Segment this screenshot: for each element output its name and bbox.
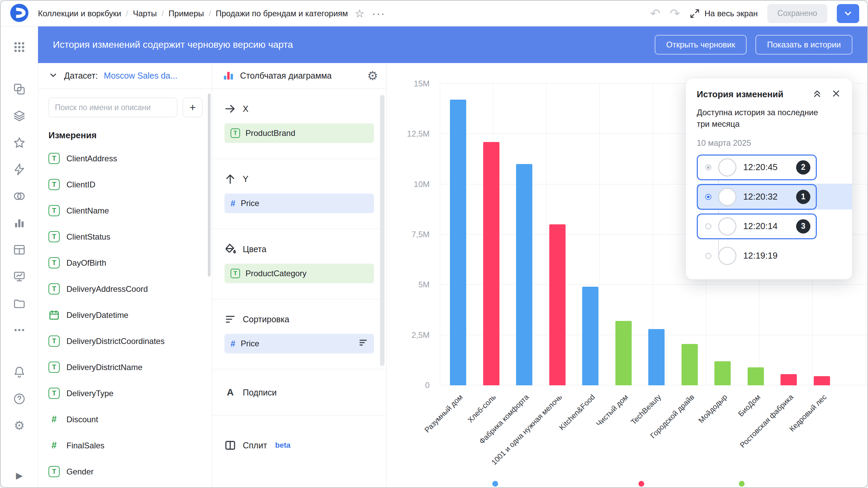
text-field-icon: T: [48, 231, 60, 242]
bar-Чистый дом[interactable]: [615, 321, 632, 385]
breadcrumb-item[interactable]: Примеры: [169, 9, 204, 18]
field-name: DayOfBirth: [66, 258, 106, 268]
history-entry-box[interactable]: 12:20:452: [697, 155, 817, 180]
expand-rail-icon[interactable]: ▶: [13, 469, 26, 482]
legend-dot[interactable]: [739, 481, 745, 487]
dataset-scrollbar[interactable]: [208, 94, 211, 277]
bar-Фабрика комфорта[interactable]: [516, 164, 532, 385]
field-item-DeliveryDistrictCoordinates[interactable]: TDeliveryDistrictCoordinates: [38, 328, 212, 354]
history-revision-circle[interactable]: [718, 217, 736, 236]
history-revision-circle[interactable]: [718, 188, 736, 206]
x-field-pill[interactable]: T ProductBrand: [224, 123, 374, 143]
history-revision-circle[interactable]: [718, 247, 736, 265]
fullscreen-button[interactable]: На весь экран: [690, 8, 758, 19]
field-item-Discount[interactable]: #Discount: [38, 406, 212, 432]
workbooks-icon[interactable]: [13, 109, 26, 122]
bar-Городской драйв[interactable]: [682, 344, 698, 385]
field-item-DayOfBirth[interactable]: TDayOfBirth: [38, 250, 212, 276]
chart-settings-gear-icon[interactable]: ⚙: [367, 69, 378, 83]
history-entry-box[interactable]: 12:20:143: [697, 214, 817, 239]
sort-direction-icon[interactable]: [358, 338, 368, 349]
field-item-DeliveryDatetime[interactable]: DeliveryDatetime: [38, 302, 212, 328]
bar-Разумный дом[interactable]: [450, 100, 466, 385]
collapse-popup-icon[interactable]: [812, 88, 822, 100]
text-field-icon: T: [48, 388, 60, 399]
redo-icon[interactable]: ↷: [670, 7, 680, 20]
saved-button[interactable]: Сохранено: [767, 4, 827, 23]
field-item-FinalSales[interactable]: #FinalSales: [38, 432, 212, 459]
bar-1001 и одна нужная мелочь[interactable]: [549, 224, 566, 385]
charts-icon[interactable]: [13, 217, 26, 229]
show-in-history-button[interactable]: Показать в истории: [755, 35, 852, 55]
add-field-button[interactable]: +: [183, 98, 202, 117]
history-entry[interactable]: 12:20:452: [697, 152, 841, 182]
history-radio[interactable]: [705, 164, 711, 170]
field-item-DeliveryType[interactable]: TDeliveryType: [38, 380, 212, 406]
labels-section-label[interactable]: Подписи: [243, 388, 277, 398]
monitoring-icon[interactable]: [13, 270, 26, 283]
field-item-DeliveryDistrictName[interactable]: TDeliveryDistrictName: [38, 354, 212, 380]
y-section-label: Y: [243, 174, 249, 184]
history-radio[interactable]: [705, 194, 711, 200]
favorite-star-icon[interactable]: ☆: [355, 7, 364, 20]
bar-БиоДом[interactable]: [748, 367, 764, 385]
y-field-pill[interactable]: # Price: [224, 194, 374, 213]
number-field-icon: #: [48, 414, 60, 425]
close-popup-icon[interactable]: [831, 88, 841, 100]
legend-dot[interactable]: [492, 481, 498, 487]
field-item-DeliveryAddressCoord[interactable]: TDeliveryAddressCoord: [38, 276, 212, 302]
field-item-ClientStatus[interactable]: TClientStatus: [38, 224, 212, 250]
chart-type-label[interactable]: Столбчатая диаграмма: [240, 71, 361, 81]
field-item-ClientName[interactable]: TClientName: [38, 198, 212, 224]
datasets-icon[interactable]: [13, 190, 26, 203]
collections-icon[interactable]: [13, 83, 26, 96]
connections-icon[interactable]: [13, 163, 26, 176]
bar-Хлеб-соль[interactable]: [483, 142, 499, 385]
bar-Мойдодыр[interactable]: [714, 361, 731, 385]
history-entry[interactable]: 12:19:19: [697, 241, 841, 270]
history-radio[interactable]: [705, 253, 711, 259]
sort-field-name: Price: [241, 339, 259, 348]
files-icon[interactable]: [13, 297, 26, 310]
more-options-icon[interactable]: ···: [372, 7, 386, 20]
open-draft-button[interactable]: Открыть черновик: [655, 35, 747, 55]
v-gridline: [599, 84, 600, 385]
split-section-label[interactable]: Сплит: [243, 441, 267, 450]
favorites-icon[interactable]: [13, 136, 26, 149]
history-entry[interactable]: 12:20:321: [697, 182, 841, 211]
undo-icon[interactable]: ↶: [650, 7, 660, 20]
history-radio[interactable]: [705, 223, 711, 229]
breadcrumb-item[interactable]: Коллекции и воркбуки: [38, 9, 121, 18]
field-name: DeliveryDistrictCoordinates: [66, 337, 164, 346]
breadcrumb-separator: /: [126, 9, 128, 18]
dataset-name-link[interactable]: Moscow Sales da...: [104, 71, 177, 81]
bar-Ростовская фабрика[interactable]: [781, 374, 797, 385]
history-entry-box[interactable]: 12:19:19: [697, 243, 817, 269]
history-revision-circle[interactable]: [718, 158, 736, 177]
field-item-ClientAddress[interactable]: TClientAddress: [38, 145, 212, 171]
bar-Kitchen&Food[interactable]: [582, 287, 598, 385]
history-entries: 12:20:45212:20:32112:20:14312:19:19: [697, 152, 841, 270]
settings-gear-icon[interactable]: ⚙: [13, 419, 26, 432]
history-entry[interactable]: 12:20:143: [697, 211, 841, 241]
colors-field-pill[interactable]: T ProductCategory: [224, 264, 374, 283]
history-entry-box[interactable]: 12:20:321: [697, 184, 817, 210]
field-search-input[interactable]: [48, 98, 177, 117]
apps-grid-icon[interactable]: [13, 41, 26, 54]
dashboards-icon[interactable]: [13, 243, 26, 256]
help-icon[interactable]: [13, 392, 26, 405]
field-item-Gender[interactable]: TGender: [38, 459, 212, 485]
datalens-logo[interactable]: [10, 3, 29, 24]
more-services-icon[interactable]: [13, 324, 26, 337]
sort-field-pill[interactable]: # Price: [224, 334, 374, 353]
save-dropdown-button[interactable]: [837, 4, 859, 23]
column-chart-type-icon[interactable]: [222, 69, 234, 82]
config-scrollbar[interactable]: [380, 95, 384, 366]
notifications-bell-icon[interactable]: [13, 366, 26, 379]
field-item-ClientID[interactable]: TClientID: [38, 171, 212, 198]
bar-TechBeauty[interactable]: [648, 329, 665, 385]
dataset-collapse-chevron-icon[interactable]: [48, 70, 58, 81]
breadcrumb-item[interactable]: Чарты: [133, 9, 157, 18]
bar-Кедровый лес[interactable]: [814, 376, 830, 385]
legend-dot[interactable]: [638, 481, 644, 487]
